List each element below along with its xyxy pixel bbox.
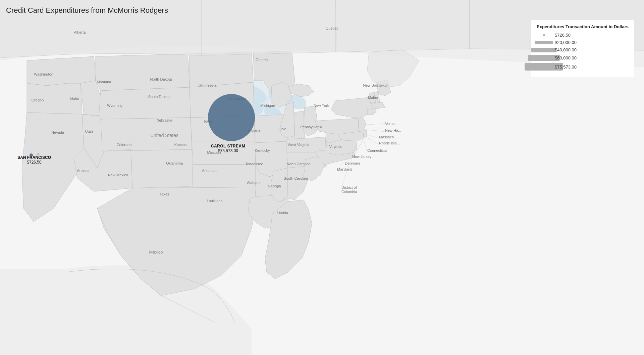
svg-text:Louisiana: Louisiana bbox=[207, 199, 223, 203]
svg-text:Utah: Utah bbox=[85, 129, 93, 133]
svg-text:Tennessee: Tennessee bbox=[245, 162, 263, 166]
svg-text:Maine: Maine bbox=[368, 96, 378, 100]
legend-label-3: $40,000.00 bbox=[555, 47, 577, 52]
svg-text:Verm...: Verm... bbox=[385, 122, 397, 126]
svg-text:Alabama: Alabama bbox=[247, 181, 262, 185]
svg-text:United States: United States bbox=[150, 133, 178, 138]
svg-text:North Carolina: North Carolina bbox=[287, 162, 311, 166]
legend-label-1: $726.50 bbox=[555, 33, 571, 38]
svg-text:Florida: Florida bbox=[277, 211, 288, 215]
svg-text:Kansas: Kansas bbox=[174, 143, 187, 147]
svg-text:Oklahoma: Oklahoma bbox=[166, 161, 183, 165]
svg-text:Idaho: Idaho bbox=[70, 97, 79, 101]
svg-text:New Mexico: New Mexico bbox=[108, 173, 128, 177]
svg-text:South Dakota: South Dakota bbox=[148, 95, 171, 99]
svg-text:Alberta: Alberta bbox=[74, 30, 86, 34]
svg-text:Washington: Washington bbox=[34, 72, 53, 76]
svg-text:Mexico: Mexico bbox=[149, 250, 163, 255]
san-francisco-label: SAN FRANCISCO $726.50 bbox=[17, 155, 51, 165]
legend-label-5: $75,573.00 bbox=[555, 64, 577, 70]
svg-text:Colorado: Colorado bbox=[117, 143, 132, 147]
page-title: Credit Card Expenditures from McMorris R… bbox=[6, 6, 168, 15]
svg-text:New York: New York bbox=[314, 103, 329, 107]
svg-text:Georgia: Georgia bbox=[268, 184, 281, 188]
carol-stream-marker[interactable] bbox=[208, 94, 255, 141]
svg-text:Arizona: Arizona bbox=[77, 169, 90, 173]
svg-text:North Dakota: North Dakota bbox=[150, 77, 172, 81]
svg-text:Massach...: Massach... bbox=[379, 135, 397, 139]
svg-text:Ohio: Ohio bbox=[278, 127, 286, 131]
svg-text:Virginia: Virginia bbox=[329, 144, 342, 148]
svg-text:Arkansas: Arkansas bbox=[202, 169, 217, 173]
svg-text:South Carolina: South Carolina bbox=[284, 176, 309, 180]
svg-text:Maryland: Maryland bbox=[337, 167, 352, 171]
legend-title: Expenditures Transaction Amount in Dolla… bbox=[537, 24, 629, 29]
svg-text:District of: District of bbox=[341, 185, 357, 189]
svg-text:Michigan: Michigan bbox=[260, 103, 275, 107]
svg-text:Quebec: Quebec bbox=[326, 26, 339, 30]
svg-text:Rhode Isla...: Rhode Isla... bbox=[379, 141, 400, 145]
svg-text:New Jersey: New Jersey bbox=[352, 154, 372, 159]
svg-text:Columbia: Columbia bbox=[341, 190, 357, 194]
svg-text:Delaware: Delaware bbox=[345, 161, 360, 165]
svg-text:Texas: Texas bbox=[160, 192, 169, 196]
legend-label-2: $20,000.00 bbox=[555, 40, 577, 45]
svg-text:Pennsylvania: Pennsylvania bbox=[300, 125, 322, 129]
carol-stream-label: CAROL STREAM $75,573.00 bbox=[198, 144, 258, 153]
svg-text:Oregon: Oregon bbox=[32, 98, 44, 102]
svg-text:Nevada: Nevada bbox=[51, 130, 64, 134]
svg-text:Wyoming: Wyoming bbox=[107, 103, 122, 107]
svg-text:Nebraska: Nebraska bbox=[156, 118, 172, 122]
svg-text:Montana: Montana bbox=[97, 80, 112, 84]
svg-text:West Virginia: West Virginia bbox=[288, 143, 310, 147]
legend-label-4: $60,000.00 bbox=[555, 55, 577, 60]
svg-text:Ontario: Ontario bbox=[256, 58, 268, 62]
svg-text:Connecticut: Connecticut bbox=[367, 148, 387, 152]
svg-text:Minnesota: Minnesota bbox=[200, 83, 217, 87]
legend: Expenditures Transaction Amount in Dolla… bbox=[531, 20, 634, 77]
svg-text:New Ha...: New Ha... bbox=[385, 128, 401, 132]
svg-text:New Brunswick: New Brunswick bbox=[363, 83, 388, 87]
